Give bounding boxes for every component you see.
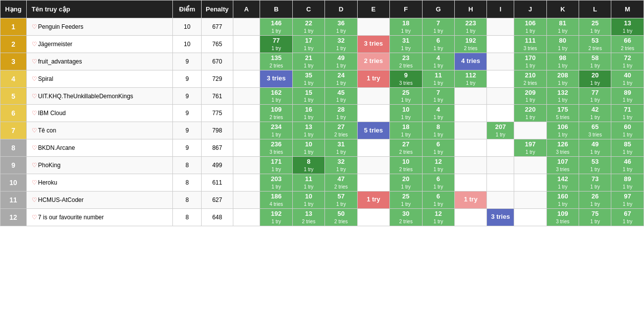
problem-l-cell: 491 try (579, 139, 611, 157)
problem-i-cell (487, 174, 514, 192)
problem-c-cell: 221 try (292, 18, 324, 36)
problem-a-cell (233, 35, 260, 53)
problem-k-cell: 1421 try (546, 174, 579, 192)
problem-d-cell: 321 try (325, 35, 357, 53)
rank-cell: 7 (0, 122, 27, 139)
problem-m-cell: 891 try (611, 87, 644, 105)
problem-k-cell: 1061 try (546, 122, 579, 139)
col-header-name: Tên truy cập (26, 0, 172, 18)
problem-j-cell: 2091 try (514, 87, 546, 105)
problem-b-cell: 1461 try (260, 18, 292, 36)
problem-f-cell: 302 tries (390, 208, 422, 226)
problem-d-cell: 491 try (325, 53, 357, 70)
problem-h-cell: 1121 try (454, 70, 486, 87)
rank-cell: 4 (0, 70, 27, 87)
problem-j-cell: 1971 try (514, 139, 546, 157)
col-header-k: K (546, 0, 579, 18)
col-header-g: G (422, 0, 454, 18)
problem-i-cell (487, 191, 514, 208)
problem-m-cell: 461 try (611, 157, 644, 174)
problem-d-cell: 281 try (325, 105, 357, 122)
problem-h-cell (454, 208, 486, 226)
problem-g-cell: 61 try (422, 191, 454, 208)
team-name: ♡PhoKing (26, 157, 172, 174)
problem-f-cell: 181 try (390, 18, 422, 36)
rank-cell: 1 (0, 18, 27, 36)
problem-j-cell (514, 191, 546, 208)
table-row: 10♡Heroku86112031 try111 try472 tries201… (0, 174, 644, 192)
problem-g-cell: 71 try (422, 87, 454, 105)
col-header-i: I (487, 0, 514, 18)
problem-b-cell: 2341 try (260, 122, 292, 139)
problem-f-cell: 251 try (390, 191, 422, 208)
problem-e-cell (357, 105, 389, 122)
problem-e-cell (357, 208, 389, 226)
problem-b-cell: 2363 tries (260, 139, 292, 157)
col-header-score: Điểm (173, 0, 202, 18)
penalty-cell: 677 (202, 18, 233, 36)
problem-a-cell (233, 87, 260, 105)
rank-cell: 12 (0, 208, 27, 226)
team-name: ♡HCMUS-AtCoder (26, 191, 172, 208)
problem-l-cell: 421 try (579, 105, 611, 122)
score-cell: 9 (173, 53, 202, 70)
score-cell: 10 (173, 18, 202, 36)
problem-k-cell: 981 try (546, 53, 579, 70)
problem-k-cell: 1073 tries (546, 157, 579, 174)
problem-l-cell: 201 try (579, 70, 611, 87)
team-name: ♡UIT.KHQ.TheUnkillableDemonKings (26, 87, 172, 105)
table-row: 8♡BKDN.Arcane98672363 tries101 try311 tr… (0, 139, 644, 157)
problem-l-cell: 751 try (579, 208, 611, 226)
problem-g-cell: 61 try (422, 35, 454, 53)
problem-e-cell (357, 139, 389, 157)
problem-c-cell: 101 try (292, 191, 324, 208)
problem-a-cell (233, 157, 260, 174)
problem-d-cell: 321 try (325, 157, 357, 174)
problem-j-cell: 2201 try (514, 105, 546, 122)
problem-c-cell: 351 try (292, 70, 324, 87)
col-header-c: C (292, 0, 324, 18)
problem-k-cell: 811 try (546, 18, 579, 36)
table-row: 9♡PhoKing84991711 try81 try321 try102 tr… (0, 157, 644, 174)
problem-c-cell: 81 try (292, 157, 324, 174)
table-row: 5♡UIT.KHQ.TheUnkillableDemonKings9761162… (0, 87, 644, 105)
problem-a-cell (233, 139, 260, 157)
rank-cell: 11 (0, 191, 27, 208)
problem-l-cell: 532 tries (579, 35, 611, 53)
col-header-l: L (579, 0, 611, 18)
penalty-cell: 761 (202, 87, 233, 105)
problem-l-cell: 581 try (579, 53, 611, 70)
col-header-a: A (233, 0, 260, 18)
problem-k-cell: 801 try (546, 35, 579, 53)
team-name: ♡Jägermeister (26, 35, 172, 53)
score-cell: 10 (173, 35, 202, 53)
score-cell: 9 (173, 87, 202, 105)
table-row: 4♡Spiral97293 tries351 try241 try1 try93… (0, 70, 644, 87)
problem-b-cell: 1092 tries (260, 105, 292, 122)
problem-k-cell: 1601 try (546, 191, 579, 208)
problem-l-cell: 771 try (579, 87, 611, 105)
table-row: 7♡Tê con97982341 try131 try272 tries5 tr… (0, 122, 644, 139)
problem-b-cell: 771 try (260, 35, 292, 53)
problem-g-cell: 71 try (422, 18, 454, 36)
problem-l-cell: 731 try (579, 174, 611, 192)
problem-l-cell: 653 tries (579, 122, 611, 139)
problem-g-cell: 61 try (422, 174, 454, 192)
problem-a-cell (233, 174, 260, 192)
penalty-cell: 798 (202, 122, 233, 139)
problem-g-cell: 41 try (422, 105, 454, 122)
team-name: ♡BKDN.Arcane (26, 139, 172, 157)
problem-k-cell: 2081 try (546, 70, 579, 87)
problem-e-cell: 1 try (357, 191, 389, 208)
col-header-j: J (514, 0, 546, 18)
table-row: 12♡7 is our favourite number86481921 try… (0, 208, 644, 226)
penalty-cell: 867 (202, 139, 233, 157)
problem-i-cell: 2071 try (487, 122, 514, 139)
problem-a-cell (233, 122, 260, 139)
problem-j-cell: 1061 try (514, 18, 546, 36)
col-header-rank: Hạng (0, 0, 27, 18)
problem-i-cell (487, 87, 514, 105)
table-row: 3♡fruit_advantages96701352 tries211 try4… (0, 53, 644, 70)
problem-b-cell: 2031 try (260, 174, 292, 192)
problem-g-cell: 121 try (422, 208, 454, 226)
